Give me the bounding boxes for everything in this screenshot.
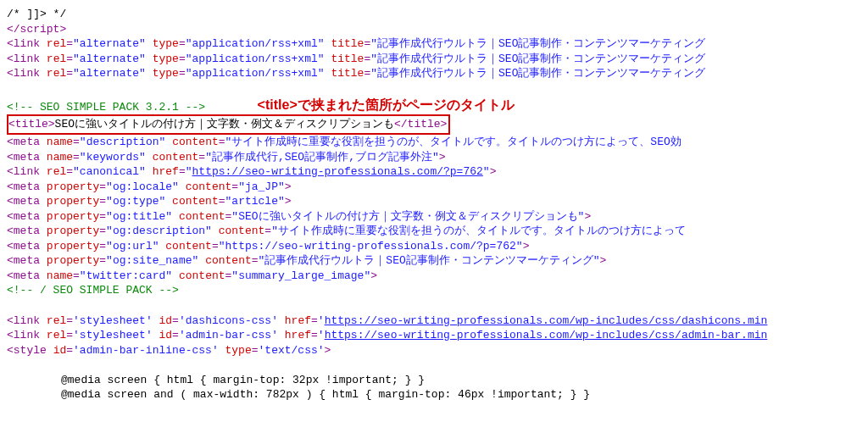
code-line: <meta name="description" content="サイト作成時… [7, 135, 861, 150]
comment: <!-- / SEO SIMPLE PACK --> [7, 284, 179, 297]
stylesheet-url[interactable]: https://seo-writing-professionals.com/wp… [325, 314, 768, 327]
code-line: <link rel="alternate" type="application/… [7, 52, 861, 67]
css-rule: @media screen { html { margin-top: 32px … [61, 374, 425, 386]
code-line: <link rel="alternate" type="application/… [7, 36, 861, 52]
highlighted-title-line: <title>SEOに強いタイトルの付け方｜文字数・例文＆ディスクリプションも<… [7, 114, 861, 135]
tag-bracket: </ [7, 23, 20, 36]
css-rule: @media screen and ( max-width: 782px ) {… [61, 388, 590, 401]
stylesheet-url[interactable]: https://seo-writing-professionals.com/wp… [325, 329, 768, 341]
tag-bracket: > [59, 23, 66, 36]
code-line: <!-- / SEO SIMPLE PACK --> [7, 283, 861, 298]
code-line: @media screen and ( max-width: 782px ) {… [7, 387, 861, 402]
code-line: <meta name="twitter:card" content="summa… [7, 269, 861, 284]
blank-line [7, 298, 861, 314]
code-line: </script> [7, 22, 861, 37]
annotation-row: <title>で挟まれた箇所がページのタイトル [7, 81, 861, 114]
code-line: <meta property="og:site_name" content="記… [7, 253, 861, 269]
code-line: <meta property="og:url" content="https:/… [7, 239, 861, 254]
tag-name: script [20, 23, 60, 36]
code-line: @media screen { html { margin-top: 32px … [7, 373, 861, 388]
code-line: <meta property="og:type" content="articl… [7, 194, 861, 209]
text: /* ]]> */ [7, 8, 66, 20]
code-line: <style id='admin-bar-inline-css' type='t… [7, 343, 861, 358]
highlight-box: <title>SEOに強いタイトルの付け方｜文字数・例文＆ディスクリプションも<… [7, 114, 450, 135]
code-line: <link rel="canonical" href="https://seo-… [7, 164, 861, 180]
code-line: <link rel='stylesheet' id='dashicons-css… [7, 314, 861, 329]
blank-line [7, 358, 861, 373]
code-line: <meta name="keywords" content="記事作成代行,SE… [7, 150, 861, 165]
code-line: <meta property="og:title" content="SEOに強… [7, 209, 861, 225]
code-line: /* ]]> */ [7, 7, 861, 22]
code-line: <meta property="og:description" content=… [7, 224, 861, 239]
page-title-text: SEOに強いタイトルの付け方｜文字数・例文＆ディスクリプションも [55, 118, 394, 130]
annotation-text: <title>で挟まれた箇所がページのタイトル [20, 97, 515, 112]
code-line: <link rel="alternate" type="application/… [7, 66, 861, 81]
code-line: <link rel='stylesheet' id='admin-bar-css… [7, 328, 861, 343]
code-line: <meta property="og:locale" content="ja_J… [7, 180, 861, 195]
canonical-url[interactable]: https://seo-writing-professionals.com/?p… [192, 165, 483, 178]
